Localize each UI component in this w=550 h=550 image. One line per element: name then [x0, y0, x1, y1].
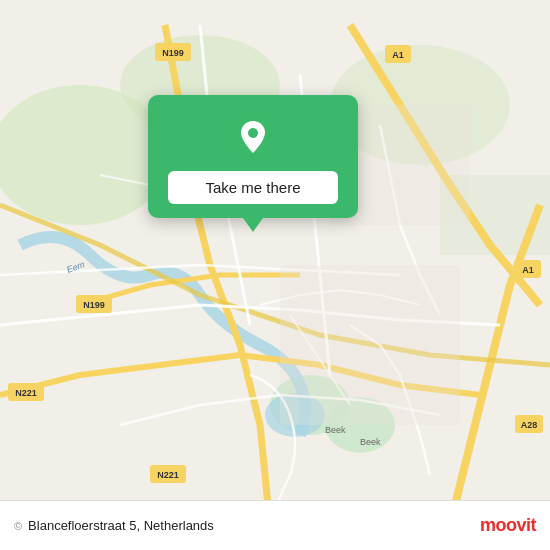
popup-tail — [243, 218, 263, 232]
svg-text:N221: N221 — [15, 388, 37, 398]
svg-text:Beek: Beek — [360, 437, 381, 447]
map-svg: N199 A1 A1 A28 N221 N221 N199 Eem Beek B… — [0, 0, 550, 550]
moovit-logo-text: moovit — [480, 515, 536, 536]
svg-text:N199: N199 — [83, 300, 105, 310]
bottom-bar-left: © Blancefloerstraat 5, Netherlands — [14, 518, 214, 533]
map-container: N199 A1 A1 A28 N221 N221 N199 Eem Beek B… — [0, 0, 550, 550]
bottom-bar: © Blancefloerstraat 5, Netherlands moovi… — [0, 500, 550, 550]
svg-text:A28: A28 — [521, 420, 538, 430]
svg-point-29 — [248, 128, 258, 138]
svg-text:Beek: Beek — [325, 425, 346, 435]
svg-text:N221: N221 — [157, 470, 179, 480]
location-pin-icon — [229, 113, 277, 161]
svg-text:A1: A1 — [392, 50, 404, 60]
svg-text:A1: A1 — [522, 265, 534, 275]
popup-card: Take me there — [148, 95, 358, 218]
take-me-there-button[interactable]: Take me there — [168, 171, 338, 204]
moovit-logo: moovit — [480, 515, 536, 536]
address-text: Blancefloerstraat 5, Netherlands — [28, 518, 214, 533]
copyright-icon: © — [14, 520, 22, 532]
svg-rect-25 — [280, 265, 460, 425]
svg-text:N199: N199 — [162, 48, 184, 58]
